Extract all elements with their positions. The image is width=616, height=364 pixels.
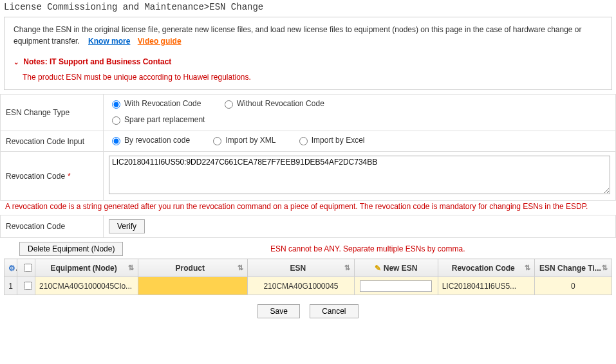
equipment-grid: ⚙ Equipment (Node)⇅ Product⇅ ESN⇅ ✎New E… [4, 259, 612, 295]
radio-spare[interactable]: Spare part replacement [109, 114, 205, 125]
row-checkbox[interactable] [24, 282, 32, 290]
save-button[interactable]: Save [257, 304, 299, 318]
radio-with-rev[interactable]: With Revocation Code [109, 98, 201, 109]
new-esn-input[interactable] [360, 280, 432, 292]
radio-without-rev[interactable]: Without Revocation Code [221, 98, 324, 109]
know-more-link[interactable]: Know more [88, 37, 130, 46]
video-guide-link[interactable]: Video guide [138, 37, 182, 46]
radio-spare-input[interactable] [112, 116, 120, 125]
sort-icon: ⇅ [128, 264, 134, 272]
cell-change-times: 0 [534, 277, 611, 295]
notes-body: The product ESN must be unique according… [23, 71, 602, 83]
radio-by-excel-input[interactable] [299, 137, 308, 145]
rev-code-verify-label: Revocation Code [1, 215, 104, 238]
notes-title: Notes: IT Support and Business Contact [23, 57, 171, 66]
cell-esn: 210CMA40G1000045 [248, 277, 354, 295]
radio-by-code[interactable]: By revocation code [109, 135, 190, 145]
table-row[interactable]: 1 210CMA40G1000045Clo... 210CMA40G100004… [5, 277, 612, 295]
change-type-label: ESN Change Type [1, 95, 104, 131]
cell-new-esn[interactable] [354, 277, 438, 295]
radio-by-excel[interactable]: Import by Excel [296, 135, 365, 145]
verify-button[interactable]: Verify [109, 219, 145, 233]
sort-icon: ⇅ [602, 264, 608, 272]
sort-icon: ⇅ [238, 264, 243, 272]
rev-code-note: A revocation code is a string generated … [0, 202, 616, 211]
esn-warning-text: ESN cannot be ANY. Separate multiple ESN… [123, 244, 612, 253]
cell-rev-code: LIC20180411I6US5... [438, 277, 534, 295]
sort-icon: ⇅ [344, 264, 350, 272]
breadcrumb: License Commissioning and Maintenance>ES… [0, 0, 616, 14]
row-number: 1 [5, 277, 17, 295]
col-rev-code[interactable]: Revocation Code⇅ [438, 259, 534, 277]
rev-input-label: Revocation Code Input [1, 131, 104, 152]
sort-icon: ⇅ [525, 264, 530, 272]
radio-by-code-input[interactable] [112, 137, 120, 145]
cell-equipment: 210CMA40G1000045Clo... [35, 277, 138, 295]
col-equipment[interactable]: Equipment (Node)⇅ [35, 259, 138, 277]
radio-without-rev-input[interactable] [225, 100, 233, 109]
chevron-down-icon: ⌄ [14, 59, 19, 66]
col-change-times[interactable]: ESN Change Ti...⇅ [534, 259, 611, 277]
select-all-checkbox[interactable] [24, 264, 32, 272]
required-marker: * [68, 172, 71, 181]
col-new-esn[interactable]: ✎New ESN [354, 259, 438, 277]
radio-with-rev-input[interactable] [112, 100, 120, 109]
cancel-button[interactable]: Cancel [310, 304, 358, 318]
notes-header[interactable]: ⌄ Notes: IT Support and Business Contact [14, 56, 602, 68]
gear-icon[interactable]: ⚙ [8, 264, 17, 273]
radio-by-xml[interactable]: Import by XML [210, 135, 275, 145]
revocation-code-input[interactable] [109, 156, 610, 194]
cell-product[interactable] [138, 277, 248, 295]
pencil-icon: ✎ [375, 264, 381, 273]
col-product[interactable]: Product⇅ [138, 259, 248, 277]
col-esn[interactable]: ESN⇅ [248, 259, 354, 277]
delete-equipment-button[interactable]: Delete Equipment (Node) [19, 242, 123, 256]
rev-code-label: Revocation Code [6, 172, 65, 181]
radio-by-xml-input[interactable] [213, 137, 221, 145]
info-panel: Change the ESN in the original license f… [4, 17, 612, 90]
